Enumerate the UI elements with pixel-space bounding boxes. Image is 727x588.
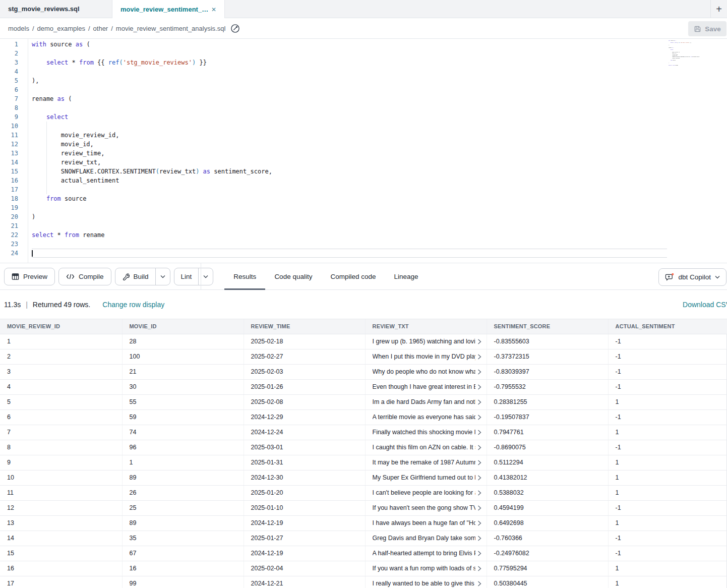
tab-movie-review-sentiment[interactable]: movie_review_sentiment_… ✕	[112, 0, 225, 19]
breadcrumb-separator: /	[88, 25, 90, 32]
table-cell: 12	[0, 500, 122, 515]
expand-review-button[interactable]	[475, 520, 483, 526]
close-icon[interactable]: ✕	[211, 6, 216, 13]
tab-label: Code quality	[274, 273, 312, 280]
build-dropdown-button[interactable]	[155, 268, 170, 285]
code-line: actual_sentiment	[32, 176, 727, 185]
breadcrumb-other[interactable]: other	[93, 25, 108, 32]
change-row-display-link[interactable]: Change row display	[102, 301, 164, 309]
build-button[interactable]: Build	[115, 268, 155, 285]
chevron-right-icon	[477, 399, 481, 405]
table-cell: 0.4594199	[487, 500, 608, 515]
table-cell: 99	[122, 576, 244, 588]
expand-review-button[interactable]	[475, 339, 483, 344]
expand-review-button[interactable]	[475, 566, 483, 571]
chevron-down-icon	[203, 275, 208, 278]
code-line	[32, 122, 727, 131]
table-row: 7742024-12-24Finally watched this shocki…	[0, 425, 727, 440]
download-csv-link[interactable]: Download CSV	[683, 301, 727, 309]
table-row: 5552025-02-08Im a die hard Dads Army fan…	[0, 394, 727, 409]
chevron-down-icon	[160, 275, 165, 278]
table-cell: 74	[122, 425, 244, 440]
table-cell: -1	[608, 500, 727, 515]
table-row: 4302025-01-26Even though I have great in…	[0, 379, 727, 394]
table-cell: 21	[122, 364, 244, 379]
tab-code-quality[interactable]: Code quality	[265, 263, 321, 289]
table-cell: 59	[122, 409, 244, 425]
review-text: Why do people who do not know what…	[373, 368, 475, 375]
table-cell: 2025-01-20	[244, 485, 365, 500]
table-cell: 2024-12-29	[244, 409, 365, 425]
chevron-right-icon	[477, 520, 481, 526]
table-cell: 30	[122, 379, 244, 394]
compile-button[interactable]: Compile	[58, 268, 111, 285]
breadcrumb-demo-examples[interactable]: demo_examples	[37, 25, 85, 32]
tab-stg-movie-reviews[interactable]: stg_movie_reviews.sql	[0, 0, 112, 18]
expand-review-button[interactable]	[475, 369, 483, 375]
code-line	[32, 249, 667, 258]
code-area[interactable]: with source as ( select * from {{ ref('s…	[28, 39, 727, 263]
review-text: When I put this movie in my DVD playe…	[373, 353, 475, 360]
table-cell: 15	[0, 546, 122, 561]
lint-button[interactable]: Lint	[174, 268, 199, 285]
table-cell: 11	[0, 485, 122, 500]
table-cell: 2024-12-21	[244, 576, 365, 588]
tab-label: movie_review_sentiment_…	[120, 6, 208, 13]
expand-review-button[interactable]	[475, 551, 483, 556]
table-row: 15672024-12-19A half-hearted attempt to …	[0, 546, 727, 561]
expand-review-button[interactable]	[475, 536, 483, 541]
expand-review-button[interactable]	[475, 399, 483, 405]
expand-review-button[interactable]	[475, 445, 483, 450]
table-cell: 0.5388032	[487, 485, 608, 500]
code-line: select * from {{ ref('stg_movie_reviews'…	[32, 58, 727, 67]
breadcrumb-separator: /	[111, 25, 113, 32]
tab-results[interactable]: Results	[224, 263, 265, 289]
table-cell: 1	[608, 576, 727, 588]
table-cell: -1	[608, 440, 727, 455]
save-button[interactable]: Save	[688, 21, 726, 36]
table-cell: 2025-01-10	[244, 500, 365, 515]
chevron-right-icon	[477, 354, 481, 360]
expand-review-button[interactable]	[475, 430, 483, 435]
column-header-movie_review_id: MOVIE_REVIEW_ID	[0, 319, 122, 334]
table-cell: I have always been a huge fan of "Hom…	[365, 515, 487, 531]
table-cell: 89	[122, 470, 244, 485]
tab-lineage[interactable]: Lineage	[385, 263, 428, 289]
expand-review-button[interactable]	[475, 581, 483, 586]
expand-review-button[interactable]	[475, 490, 483, 496]
table-cell: 0.5112294	[487, 455, 608, 470]
table-cell: If you want a fun romp with loads of s…	[365, 561, 487, 576]
table-row: 17992024-12-21I really wanted to be able…	[0, 576, 727, 588]
code-editor[interactable]: 123456789101112131415161718192021222324 …	[0, 39, 727, 263]
code-line: )	[32, 212, 727, 221]
table-cell: -1	[608, 546, 727, 561]
expand-review-button[interactable]	[475, 460, 483, 465]
new-tab-button[interactable]: +	[710, 0, 727, 18]
preview-button[interactable]: Preview	[4, 268, 55, 285]
code-line	[32, 103, 727, 112]
line-number: 4	[0, 67, 18, 76]
table-cell: -0.83555603	[487, 334, 608, 349]
build-button-group: Build	[115, 268, 170, 285]
tab-label: Lineage	[394, 273, 418, 280]
tab-compiled-code[interactable]: Compiled code	[321, 263, 385, 289]
breadcrumb-models[interactable]: models	[8, 25, 29, 32]
tab-label: Compiled code	[330, 273, 376, 280]
review-text: I can't believe people are looking for a…	[373, 489, 475, 496]
table-cell: -0.19507837	[487, 409, 608, 425]
line-number: 22	[0, 230, 18, 240]
expand-review-button[interactable]	[475, 384, 483, 390]
minimap[interactable]: with source as ( select * from {{ ref('s…	[669, 40, 705, 69]
expand-review-button[interactable]	[475, 415, 483, 420]
expand-review-button[interactable]	[475, 475, 483, 481]
line-number: 10	[0, 122, 18, 131]
code-line	[32, 221, 727, 230]
expand-review-button[interactable]	[475, 354, 483, 360]
chevron-right-icon	[477, 430, 481, 435]
review-text: Im a die hard Dads Army fan and nothi…	[373, 398, 475, 405]
line-number: 17	[0, 185, 18, 194]
dbt-copilot-button[interactable]: dbt Copilot	[658, 268, 726, 286]
line-number: 2	[0, 49, 18, 58]
expand-review-button[interactable]	[475, 505, 483, 511]
compass-icon[interactable]	[230, 24, 240, 33]
